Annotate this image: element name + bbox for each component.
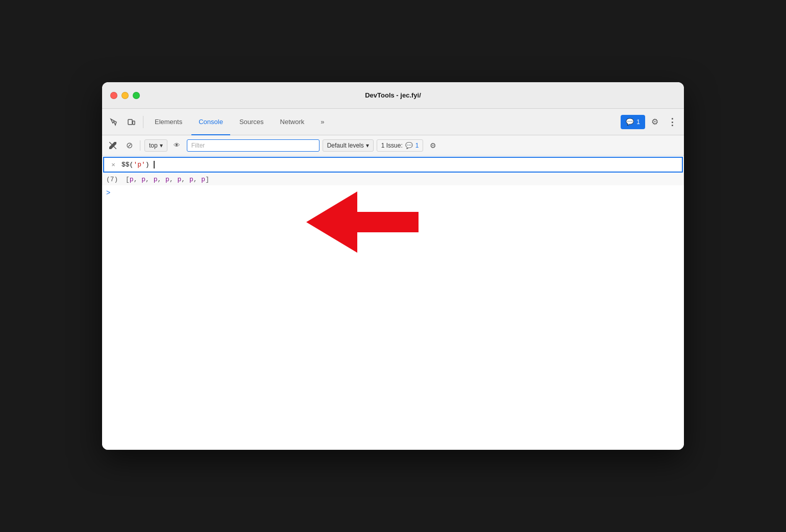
- console-output: × $$('p') (7) [p, p, p, p, p, p, p] >: [102, 156, 684, 450]
- svg-rect-0: [128, 119, 132, 125]
- tab-elements[interactable]: Elements: [148, 113, 189, 131]
- console-prompt-row[interactable]: >: [102, 185, 684, 200]
- console-cmd-prefix: $$(: [121, 161, 133, 168]
- main-toolbar: Elements Console Sources Network » 💬 1 ⚙…: [102, 109, 684, 135]
- settings-button[interactable]: ⚙: [647, 114, 662, 130]
- cancel-input-button[interactable]: ×: [108, 161, 118, 168]
- stop-button[interactable]: ⊘: [122, 139, 136, 152]
- cursor: [150, 161, 155, 168]
- tab-console[interactable]: Console: [191, 113, 230, 131]
- result-array: [p, p, p, p, p, p, p]: [126, 176, 209, 183]
- clear-console-button[interactable]: [106, 139, 119, 152]
- context-selector[interactable]: top ▾: [144, 139, 167, 152]
- result-tag-1: p: [130, 176, 134, 183]
- device-toggle-button[interactable]: [124, 114, 139, 130]
- issue-count-text: 1 Issue:: [381, 142, 403, 149]
- console-cmd-suffix: ): [145, 161, 150, 168]
- more-options-button[interactable]: ⋮: [665, 114, 680, 130]
- toolbar-right: 💬 1 ⚙ ⋮: [621, 114, 680, 130]
- issues-badge[interactable]: 💬 1: [621, 115, 645, 129]
- live-expressions-button[interactable]: 👁: [170, 139, 184, 152]
- result-tag-4: p: [165, 176, 169, 183]
- context-label: top: [149, 142, 158, 149]
- result-tag-7: p: [201, 176, 205, 183]
- devtools-body: × $$('p') (7) [p, p, p, p, p, p, p] >: [102, 156, 684, 450]
- minimize-button[interactable]: [121, 92, 129, 99]
- console-input-row[interactable]: × $$('p'): [103, 157, 683, 173]
- title-bar: DevTools - jec.fyi/: [102, 82, 684, 109]
- issue-num: 1: [415, 142, 419, 149]
- close-button[interactable]: [110, 92, 117, 99]
- filter-input[interactable]: [187, 139, 320, 152]
- result-tag-2: p: [141, 176, 145, 183]
- window-title: DevTools - jec.fyi/: [365, 91, 421, 99]
- console-string-value: 'p': [133, 161, 145, 168]
- levels-label: Default levels: [327, 142, 364, 149]
- issues-chat-icon: 💬: [626, 118, 634, 126]
- maximize-button[interactable]: [133, 92, 140, 99]
- svg-rect-1: [133, 121, 135, 125]
- console-toolbar: ⊘ top ▾ 👁 Default levels ▾ 1 Issue: 💬 1 …: [102, 135, 684, 156]
- console-input-display: $$('p'): [121, 161, 678, 168]
- console-settings-button[interactable]: ⚙: [426, 139, 439, 152]
- result-tag-3: p: [154, 176, 158, 183]
- context-chevron: ▾: [160, 142, 163, 149]
- result-tag-6: p: [189, 176, 193, 183]
- issue-chat-icon: 💬: [405, 142, 413, 149]
- console-result-row: (7) [p, p, p, p, p, p, p]: [102, 174, 684, 185]
- levels-chevron: ▾: [366, 142, 369, 149]
- result-count: (7): [106, 176, 121, 183]
- traffic-lights: [110, 92, 140, 99]
- inspect-element-button[interactable]: [106, 114, 121, 130]
- issues-count-badge[interactable]: 1 Issue: 💬 1: [377, 139, 424, 152]
- tab-network[interactable]: Network: [273, 113, 312, 131]
- prompt-arrow: >: [106, 188, 110, 197]
- result-tag-5: p: [178, 176, 182, 183]
- tab-divider: [143, 116, 143, 128]
- tab-more[interactable]: »: [313, 113, 331, 131]
- console-divider-1: [140, 140, 140, 151]
- log-levels-button[interactable]: Default levels ▾: [323, 139, 374, 152]
- issues-count: 1: [636, 118, 640, 126]
- tab-sources[interactable]: Sources: [232, 113, 271, 131]
